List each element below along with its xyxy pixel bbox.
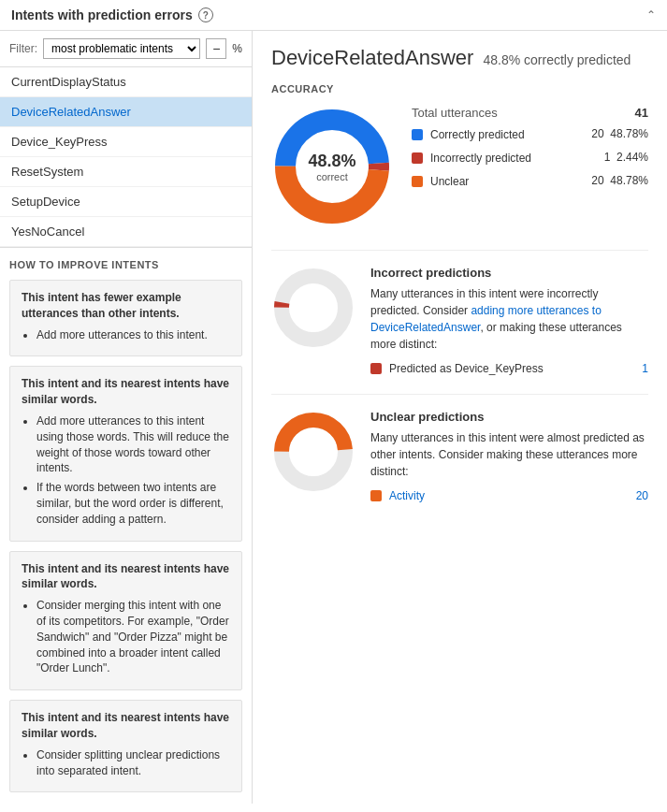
unclear-item-link[interactable]: Activity [389,489,425,502]
collapse-icon[interactable]: ⌃ [646,8,656,22]
total-label: Total utterances [412,106,498,120]
tip-4-item-1: Consider splitting unclear predictions i… [36,747,230,779]
incorrect-pred-inner: Incorrect predictions Many utterances in… [271,266,648,375]
unclear-count: 20 48.78% [591,174,648,187]
unclear-item-dot [370,490,382,501]
filter-label: Filter: [9,42,37,55]
tip-card-2: This intent and its nearest intents have… [9,366,242,541]
incorrect-pred-content: Incorrect predictions Many utterances in… [370,266,648,375]
unclear-donut [271,410,355,497]
divider-2 [271,394,648,395]
help-button[interactable]: ? [198,7,213,22]
svg-point-4 [282,276,345,340]
tip-3-heading: This intent and its nearest intents have… [22,561,230,593]
intent-list: CurrentDisplayStatus DeviceRelatedAnswer… [0,67,252,247]
intent-item-currentdisplaystatus[interactable]: CurrentDisplayStatus [0,67,252,97]
tip-2-heading: This intent and its nearest intents have… [22,376,230,408]
incorrect-item-count: 1 [642,362,648,375]
intent-item-resetsystem[interactable]: ResetSystem [0,157,252,187]
unclear-pred-title: Unclear predictions [370,410,648,424]
tip-1-item-1: Add more utterances to this intent. [36,327,230,343]
content: Filter: most problematic intents all int… [0,31,667,804]
add-utterances-link[interactable]: adding more utterances to DeviceRelatedA… [370,304,602,334]
filter-select[interactable]: most problematic intents all intents [43,38,200,59]
intent-item-device-keypress[interactable]: Device_KeyPress [0,127,252,157]
donut-pct: 48.8% [308,152,355,171]
intent-item-devicerelatedanswer[interactable]: DeviceRelatedAnswer [0,97,252,127]
incorrectly-dot [412,152,423,164]
legend-row-incorrectly: Incorrectly predicted 1 2.44% [412,151,648,167]
donut-sub: correct [308,171,355,182]
unclear-dot [412,176,423,187]
tip-2-item-1: Add more utterances to this intent using… [36,413,230,476]
tip-2-item-2: If the words between two intents are sim… [36,480,230,527]
incorrect-pred-item: Predicted as Device_KeyPress 1 [370,362,648,375]
incorrect-predictions-section: Incorrect predictions Many utterances in… [271,266,648,375]
unclear-pred-content: Unclear predictions Many utterances in t… [370,410,648,502]
right-panel: DeviceRelatedAnswer 48.8% correctly pred… [253,31,667,804]
divider-1 [271,250,648,251]
incorrect-pred-desc: Many utterances in this intent were inco… [370,285,648,353]
correctly-count: 20 48.78% [591,127,648,140]
tip-card-3: This intent and its nearest intents have… [9,551,242,691]
tip-3-item-1: Consider merging this intent with one of… [36,598,230,676]
filter-percent: % [232,42,242,55]
legend-row-correctly: Correctly predicted 20 48.78% [412,127,648,143]
correctly-dot [412,129,423,140]
header: Intents with prediction errors ? ⌃ [0,0,667,31]
improve-section: HOW TO IMPROVE INTENTS This intent has f… [0,247,252,804]
accuracy-legend: Total utterances 41 Correctly predicted … [412,106,648,196]
incorrect-pred-title: Incorrect predictions [370,266,648,280]
filter-minus-button[interactable]: − [206,38,226,59]
unclear-predictions-section: Unclear predictions Many utterances in t… [271,410,648,502]
intent-item-yesnocancel[interactable]: YesNoCancel [0,217,252,247]
accuracy-label: ACCURACY [271,83,648,94]
incorrectly-count: 1 2.44% [592,151,648,164]
intent-name: DeviceRelatedAnswer [271,46,473,70]
header-title-text: Intents with prediction errors [11,7,193,22]
unclear-pred-inner: Unclear predictions Many utterances in t… [271,410,648,502]
tip-card-4: This intent and its nearest intents have… [9,700,242,792]
legend-row-unclear: Unclear 20 48.78% [412,174,648,190]
header-title: Intents with prediction errors ? [11,7,213,22]
total-val: 41 [635,106,648,120]
main-donut-chart: 48.8% correct [271,106,393,227]
tip-card-1: This intent has fewer example utterances… [9,280,242,356]
intent-accuracy: 48.8% correctly predicted [483,52,631,67]
intent-heading: DeviceRelatedAnswer 48.8% correctly pred… [271,46,648,70]
unclear-label: Unclear [430,174,584,190]
incorrectly-label: Incorrectly predicted [430,151,585,167]
intent-item-setupdevice[interactable]: SetupDevice [0,187,252,217]
correctly-label: Correctly predicted [430,127,584,143]
unclear-pred-item: Activity 20 [370,489,648,502]
left-panel: Filter: most problematic intents all int… [0,31,253,804]
filter-row: Filter: most problematic intents all int… [0,31,252,67]
total-row: Total utterances 41 [412,106,648,120]
incorrect-item-dot [370,363,382,374]
improve-title: HOW TO IMPROVE INTENTS [9,259,242,270]
incorrect-item-label: Predicted as Device_KeyPress [389,362,544,375]
accuracy-section: 48.8% correct Total utterances 41 Correc… [271,106,648,227]
donut-label: 48.8% correct [308,152,355,182]
tip-4-heading: This intent and its nearest intents have… [22,710,230,742]
unclear-pred-desc: Many utterances in this intent were almo… [370,429,648,480]
unclear-item-count: 20 [636,489,648,502]
incorrect-donut [271,266,355,353]
tip-1-heading: This intent has fewer example utterances… [22,290,230,322]
